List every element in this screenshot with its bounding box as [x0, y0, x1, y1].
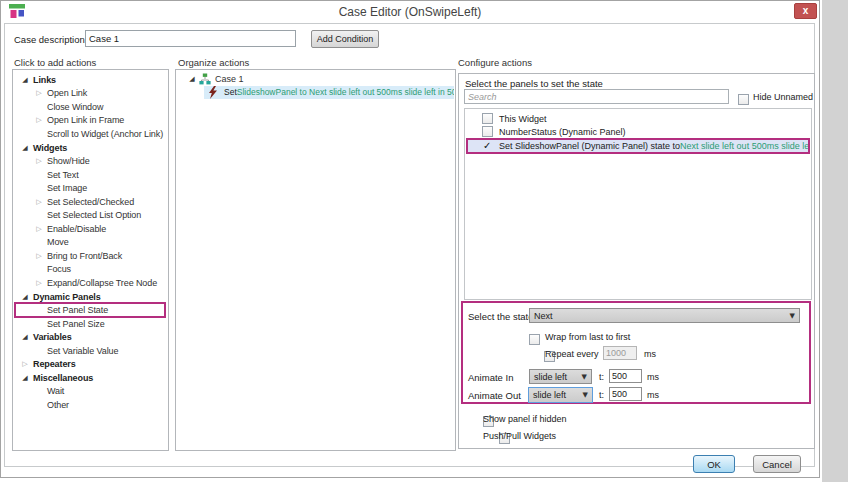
tree-item-set-selected-checked[interactable]: ▷Set Selected/Checked [13, 195, 168, 209]
repeat-unit-label: ms [644, 349, 656, 359]
repeat-label: Repeat every [545, 349, 599, 359]
expand-icon: ◢ [187, 75, 197, 83]
case-label: Case 1 [215, 74, 244, 84]
configure-actions-header: Configure actions [458, 57, 532, 68]
hide-unnamed-checkbox[interactable] [738, 94, 749, 105]
animate-out-dropdown[interactable]: slide left ▼ [528, 387, 593, 403]
tree-item-label: Miscellaneous [33, 373, 93, 383]
tree-item-wait[interactable]: Wait [13, 385, 168, 399]
tree-item-label: Wait [47, 386, 64, 396]
select-panels-label: Select the panels to set the state [465, 78, 603, 89]
expand-icon[interactable]: ▷ [34, 157, 44, 165]
tree-item-show-hide[interactable]: ▷Show/Hide [13, 154, 168, 168]
animate-out-duration-input[interactable] [609, 387, 642, 401]
tree-item-label: Move [47, 237, 69, 247]
collapse-icon[interactable]: ◢ [20, 333, 30, 341]
expand-icon[interactable]: ▷ [34, 225, 44, 233]
tree-item-widgets[interactable]: ◢Widgets [13, 141, 168, 155]
collapse-icon[interactable]: ◢ [20, 293, 30, 301]
tree-item-set-variable-value[interactable]: Set Variable Value [13, 344, 168, 358]
expand-icon[interactable]: ▷ [20, 360, 30, 368]
tree-item-scroll-to-widget-anchor-link-[interactable]: Scroll to Widget (Anchor Link) [13, 127, 168, 141]
tree-item-label: Set Selected List Option [47, 210, 141, 220]
case-editor-dialog: Case Editor (OnSwipeLeft) x Case descrip… [0, 0, 820, 478]
organized-action-row[interactable]: Set SlideshowPanel to Next slide left ou… [204, 86, 454, 100]
tree-item-variables[interactable]: ◢Variables [13, 330, 168, 344]
dialog-title: Case Editor (OnSwipeLeft) [1, 5, 819, 19]
close-icon[interactable]: x [794, 3, 817, 19]
add-condition-button[interactable]: Add Condition [311, 30, 379, 48]
tree-item-miscellaneous[interactable]: ◢Miscellaneous [13, 371, 168, 385]
expand-icon[interactable]: ▷ [34, 89, 44, 97]
state-config-group: Select the state Next ▼ Wrap from last t… [461, 301, 811, 404]
ok-button[interactable]: OK [693, 455, 735, 473]
tree-item-other[interactable]: Other [13, 398, 168, 412]
tree-item-repeaters[interactable]: ▷Repeaters [13, 357, 168, 371]
cancel-button[interactable]: Cancel [753, 455, 801, 473]
wrap-label: Wrap from last to first [545, 332, 630, 342]
lightning-icon [208, 86, 218, 99]
tree-item-set-text[interactable]: Set Text [13, 168, 168, 182]
tree-item-label: Set Panel Size [47, 319, 105, 329]
tree-item-label: Variables [33, 332, 72, 342]
panel-item-label: Set SlideshowPanel (Dynamic Panel) state… [499, 141, 680, 151]
checked-checkbox[interactable] [482, 141, 493, 152]
animate-in-duration-input[interactable] [609, 369, 642, 383]
unchecked-checkbox[interactable] [482, 113, 493, 124]
panel-list-item[interactable]: Set SlideshowPanel (Dynamic Panel) state… [466, 138, 810, 154]
chevron-down-icon: ▼ [582, 373, 587, 381]
animate-in-value: slide left [534, 372, 567, 382]
tree-item-label: Enable/Disable [47, 224, 106, 234]
tree-item-label: Repeaters [33, 359, 76, 369]
hide-unnamed-label: Hide Unnamed [753, 92, 813, 102]
expand-icon[interactable]: ▷ [34, 198, 44, 206]
tree-item-close-window[interactable]: Close Window [13, 100, 168, 114]
expand-icon[interactable]: ▷ [34, 116, 44, 124]
tree-item-label: Scroll to Widget (Anchor Link) [47, 129, 163, 139]
panel-list-item[interactable]: This Widget [465, 112, 811, 125]
tree-item-move[interactable]: Move [13, 236, 168, 250]
expand-icon[interactable]: ▷ [34, 252, 44, 260]
animate-out-label: Animate Out [468, 390, 521, 401]
tree-item-label: Expand/Collapse Tree Node [47, 278, 157, 288]
case-tree-node[interactable]: ◢ Case 1 [176, 72, 455, 85]
collapse-icon[interactable]: ◢ [20, 374, 30, 382]
push-pull-label: Push/Pull Widgets [483, 431, 556, 441]
collapse-icon[interactable]: ◢ [20, 144, 30, 152]
tree-item-label: Close Window [47, 102, 103, 112]
tree-item-focus[interactable]: Focus [13, 263, 168, 277]
unchecked-checkbox[interactable] [482, 126, 493, 137]
tree-item-set-selected-list-option[interactable]: Set Selected List Option [13, 208, 168, 222]
tree-item-bring-to-front-back[interactable]: ▷Bring to Front/Back [13, 249, 168, 263]
configure-actions-box: Select the panels to set the state Hide … [458, 73, 815, 449]
collapse-icon[interactable]: ◢ [20, 76, 30, 84]
wrap-checkbox[interactable] [529, 334, 540, 345]
tree-item-set-image[interactable]: Set Image [13, 181, 168, 195]
tree-item-expand-collapse-tree-node[interactable]: ▷Expand/Collapse Tree Node [13, 276, 168, 290]
repeat-interval-input [603, 346, 637, 360]
organize-actions-panel: ◢ Case 1 Set SlideshowPanel to Next slid… [175, 69, 456, 451]
tree-item-label: Widgets [33, 143, 67, 153]
tree-item-open-link[interactable]: ▷Open Link [13, 87, 168, 101]
tree-item-set-panel-state[interactable]: Set Panel State [13, 303, 168, 317]
animate-out-value: slide left [533, 390, 566, 400]
tree-item-label: Set Selected/Checked [47, 197, 134, 207]
tree-item-label: Dynamic Panels [33, 292, 101, 302]
state-dropdown[interactable]: Next ▼ [529, 308, 800, 323]
tree-item-dynamic-panels[interactable]: ◢Dynamic Panels [13, 290, 168, 304]
tree-item-label: Set Image [47, 183, 87, 193]
panel-list-item[interactable]: NumberStatus (Dynamic Panel) [465, 125, 811, 138]
expand-icon[interactable]: ▷ [34, 279, 44, 287]
tree-item-label: Show/Hide [47, 156, 90, 166]
tree-item-label: Open Link [47, 88, 87, 98]
animate-out-unit-label: ms [647, 390, 659, 400]
search-input[interactable] [464, 89, 729, 104]
tree-item-open-link-in-frame[interactable]: ▷Open Link in Frame [13, 114, 168, 128]
case-description-input[interactable] [85, 30, 296, 47]
tree-item-links[interactable]: ◢Links [13, 73, 168, 87]
tree-item-set-panel-size[interactable]: Set Panel Size [13, 317, 168, 331]
tree-item-enable-disable[interactable]: ▷Enable/Disable [13, 222, 168, 236]
animate-in-unit-label: ms [647, 372, 659, 382]
panel-listbox: This WidgetNumberStatus (Dynamic Panel)S… [464, 108, 812, 300]
animate-in-dropdown[interactable]: slide left ▼ [529, 369, 592, 384]
